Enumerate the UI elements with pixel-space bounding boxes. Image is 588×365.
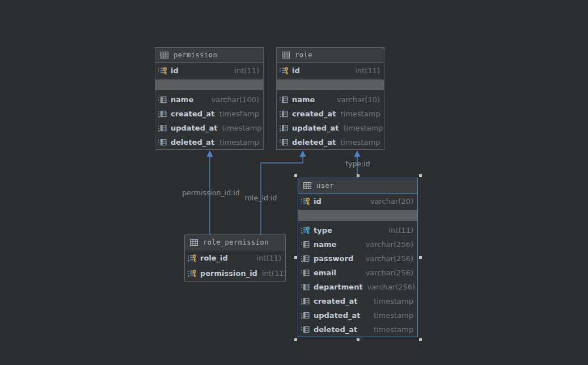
diagram-canvas[interactable]: permission_id:idrole_id:idtype:idpermiss… bbox=[0, 0, 588, 365]
column-name: id bbox=[171, 66, 179, 75]
column-row-id: idint(11) bbox=[277, 63, 384, 78]
column-row-deleted_at: deleted_attimestamp bbox=[298, 322, 417, 337]
selection-handle[interactable] bbox=[294, 338, 297, 341]
table-icon bbox=[160, 52, 168, 58]
table-title: role bbox=[295, 51, 312, 59]
column-row-name: namevarchar(100) bbox=[155, 93, 263, 107]
column-name: created_at bbox=[314, 297, 358, 305]
columns-separator bbox=[298, 210, 417, 221]
column-icon bbox=[280, 95, 290, 104]
selection-handle[interactable] bbox=[357, 338, 359, 341]
column-row-created_at: created_attimestamp bbox=[155, 107, 263, 121]
column-name: name bbox=[292, 95, 315, 104]
edge-arrowhead-icon bbox=[300, 150, 306, 157]
selection-handle[interactable] bbox=[294, 174, 297, 177]
column-name: name bbox=[171, 95, 193, 104]
column-icon bbox=[301, 297, 311, 305]
primary-key-icon bbox=[188, 254, 198, 262]
column-name: updated_at bbox=[292, 124, 339, 132]
indexed-key-icon bbox=[301, 226, 311, 234]
selection-handle[interactable] bbox=[294, 256, 297, 259]
column-type: int(11) bbox=[230, 66, 259, 75]
column-type: varchar(20) bbox=[366, 197, 413, 205]
column-icon bbox=[301, 325, 311, 334]
edge-label: permission_id:id bbox=[182, 188, 240, 197]
column-type: timestamp bbox=[369, 325, 413, 334]
column-row-name: namevarchar(10) bbox=[277, 93, 384, 107]
column-type: varchar(256) bbox=[363, 283, 415, 291]
column-type: varchar(100) bbox=[207, 95, 259, 104]
column-type: int(11) bbox=[257, 269, 287, 278]
selection-handle[interactable] bbox=[357, 174, 359, 177]
column-row-updated_at: updated_attimestamp bbox=[298, 308, 417, 322]
column-name: deleted_at bbox=[292, 138, 336, 146]
selection-handle[interactable] bbox=[419, 338, 422, 341]
column-name: created_at bbox=[292, 110, 336, 118]
edge-permission_id: permission_id:id bbox=[182, 150, 240, 234]
table-header[interactable]: role_permission bbox=[185, 235, 285, 250]
column-row-created_at: created_attimestamp bbox=[277, 107, 384, 121]
column-name: deleted_at bbox=[171, 138, 214, 146]
column-type: varchar(256) bbox=[361, 268, 413, 277]
table-role[interactable]: roleidint(11)namevarchar(10)created_atti… bbox=[276, 47, 384, 150]
column-type: varchar(10) bbox=[332, 95, 380, 104]
table-permission[interactable]: permissionidint(11)namevarchar(100)creat… bbox=[155, 47, 264, 150]
column-row-name: namevarchar(256) bbox=[298, 237, 417, 251]
column-name: created_at bbox=[171, 110, 215, 118]
table-title: user bbox=[316, 182, 334, 190]
column-row-updated_at: updated_attimestamp bbox=[155, 121, 263, 135]
table-role_permission[interactable]: role_permissionrole_idint(11)permission_… bbox=[184, 234, 286, 282]
column-type: timestamp bbox=[336, 110, 380, 118]
columns-separator bbox=[155, 79, 263, 90]
column-type: timestamp bbox=[217, 124, 261, 132]
edge-arrowhead-icon bbox=[354, 150, 361, 157]
table-icon bbox=[303, 182, 311, 189]
column-name: updated_at bbox=[314, 311, 360, 320]
column-name: deleted_at bbox=[314, 325, 357, 334]
primary-key-icon bbox=[158, 66, 168, 75]
column-row-updated_at: updated_attimestamp bbox=[277, 121, 384, 135]
column-icon bbox=[158, 124, 168, 132]
column-name: password bbox=[314, 254, 353, 263]
edge-label: type:id bbox=[345, 160, 370, 168]
column-name: name bbox=[314, 240, 336, 249]
column-row-deleted_at: deleted_attimestamp bbox=[155, 135, 263, 149]
table-title: permission bbox=[174, 51, 217, 59]
column-icon bbox=[301, 283, 311, 291]
column-icon bbox=[301, 268, 311, 277]
primary-key-icon bbox=[188, 269, 198, 278]
column-name: updated_at bbox=[171, 124, 217, 132]
edge-arrowhead-icon bbox=[207, 150, 213, 157]
table-header[interactable]: user bbox=[298, 178, 417, 194]
primary-key-icon bbox=[280, 66, 290, 75]
column-row-created_at: created_attimestamp bbox=[298, 294, 417, 308]
column-type: timestamp bbox=[369, 297, 413, 305]
column-name: id bbox=[314, 197, 322, 205]
table-icon bbox=[190, 239, 198, 246]
table-header[interactable]: role bbox=[277, 48, 384, 63]
edge-role_id: role_id:id bbox=[245, 150, 306, 234]
column-name: type bbox=[314, 226, 332, 234]
column-name: department bbox=[314, 283, 363, 291]
column-type: int(11) bbox=[252, 254, 281, 262]
column-icon bbox=[158, 95, 168, 104]
column-row-id: idvarchar(20) bbox=[298, 194, 417, 209]
column-icon bbox=[158, 110, 168, 118]
column-icon bbox=[158, 138, 168, 146]
column-row-type: typeint(11) bbox=[298, 223, 417, 237]
column-type: timestamp bbox=[339, 124, 383, 132]
table-icon bbox=[282, 52, 290, 58]
selection-handle[interactable] bbox=[419, 256, 422, 259]
table-header[interactable]: permission bbox=[155, 48, 263, 63]
column-type: timestamp bbox=[336, 138, 380, 146]
selection-handle[interactable] bbox=[419, 174, 422, 177]
table-user[interactable]: useridvarchar(20)typeint(11)namevarchar(… bbox=[298, 178, 418, 337]
column-icon bbox=[280, 138, 290, 146]
column-row-email: emailvarchar(256) bbox=[298, 266, 417, 280]
column-type: timestamp bbox=[369, 311, 413, 320]
column-row-password: passwordvarchar(256) bbox=[298, 251, 417, 266]
column-type: timestamp bbox=[215, 138, 259, 146]
column-icon bbox=[301, 254, 311, 263]
column-icon bbox=[280, 124, 290, 132]
column-icon bbox=[301, 240, 311, 249]
